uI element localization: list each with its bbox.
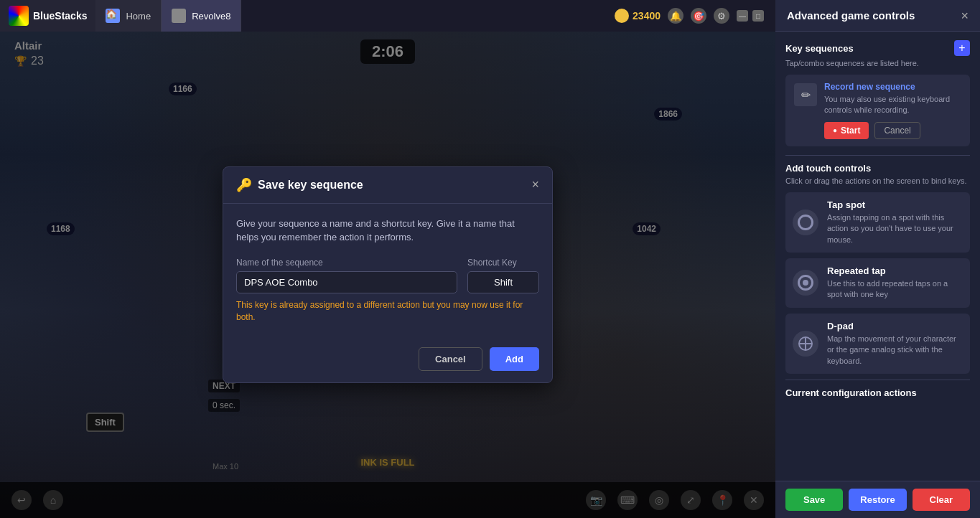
window-controls: — □ xyxy=(737,10,764,22)
record-actions: Start Cancel xyxy=(824,122,961,139)
section-divider-1 xyxy=(785,155,970,156)
panel-header: Advanced game controls × xyxy=(775,0,980,32)
modal-title-icon: 🔑 xyxy=(236,177,252,193)
tap-spot-icon xyxy=(793,209,818,235)
modal-overlay: 🔑 Save key sequence × Give your sequence… xyxy=(0,32,775,518)
modal-title: 🔑 Save key sequence xyxy=(236,177,363,193)
cancel-recording-button[interactable]: Cancel xyxy=(874,122,920,139)
repeated-tap-item[interactable]: Repeated tap Use this to add repeated ta… xyxy=(785,258,970,308)
record-title: Record new sequence xyxy=(824,82,961,92)
tap-spot-item[interactable]: Tap spot Assign tapping on a spot with t… xyxy=(785,192,970,253)
add-sequence-button[interactable]: + xyxy=(954,40,970,56)
modal-footer: Cancel Add xyxy=(223,340,552,382)
modal-title-text: Save key sequence xyxy=(258,179,363,192)
key-sequences-section-title: Key sequences + xyxy=(785,40,970,56)
target-icon[interactable]: 🎯 xyxy=(691,8,706,24)
app-logo: BlueStacks xyxy=(0,0,95,32)
current-config-section: Current configuration actions xyxy=(785,380,970,398)
settings-icon[interactable]: ⚙ xyxy=(714,8,729,24)
shortcut-key-field-group: Shortcut Key xyxy=(467,258,539,293)
dpad-text: D-pad Map the movement of your character… xyxy=(827,321,963,367)
modal-cancel-button[interactable]: Cancel xyxy=(419,347,482,371)
maximize-button[interactable]: □ xyxy=(752,10,764,22)
touch-controls-section: Add touch controls Click or drag the act… xyxy=(785,163,970,374)
panel-body: Key sequences + Tap/combo sequences are … xyxy=(775,32,980,481)
save-button[interactable]: Save xyxy=(785,489,843,511)
panel-title: Advanced game controls xyxy=(787,9,915,22)
config-section-title: Current configuration actions xyxy=(785,387,970,398)
shortcut-key-input[interactable] xyxy=(467,271,539,293)
repeated-tap-title: Repeated tap xyxy=(827,265,963,276)
touch-controls-desc: Click or drag the actions on the screen … xyxy=(785,176,970,185)
notification-icon[interactable]: 🔔 xyxy=(668,8,683,24)
repeated-tap-text: Repeated tap Use this to add repeated ta… xyxy=(827,265,963,301)
repeated-tap-desc: Use this to add repeated taps on a spot … xyxy=(827,278,963,301)
dpad-circle-icon xyxy=(798,336,813,351)
dpad-title: D-pad xyxy=(827,321,963,331)
tab-home[interactable]: 🏠 Home xyxy=(95,0,162,32)
record-icon: ✏ xyxy=(794,83,817,106)
repeated-tap-circle-icon xyxy=(798,275,813,291)
side-panel: Advanced game controls × Key sequences +… xyxy=(775,0,980,518)
shortcut-key-label: Shortcut Key xyxy=(467,258,539,268)
sequence-name-input[interactable] xyxy=(236,271,457,293)
name-field-group: Name of the sequence xyxy=(236,258,457,293)
coin-display: 23400 xyxy=(615,9,661,23)
record-desc: You may also use existing keyboard contr… xyxy=(824,94,961,116)
dpad-icon xyxy=(793,331,818,357)
tap-spot-text: Tap spot Assign tapping on a spot with t… xyxy=(827,199,963,245)
panel-close-button[interactable]: × xyxy=(961,9,969,22)
tap-spot-circle-icon xyxy=(798,215,813,230)
modal-add-button[interactable]: Add xyxy=(490,347,539,371)
game-background: BlueStacks 🏠 Home Revolve8 23400 🔔 🎯 ⚙ —… xyxy=(0,0,775,518)
modal-header: 🔑 Save key sequence × xyxy=(223,167,552,204)
top-bar: BlueStacks 🏠 Home Revolve8 23400 🔔 🎯 ⚙ —… xyxy=(0,0,775,32)
repeated-tap-icon xyxy=(793,270,818,296)
tab-home-label: Home xyxy=(126,11,151,22)
tap-spot-title: Tap spot xyxy=(827,199,963,210)
record-text: Record new sequence You may also use exi… xyxy=(824,82,961,139)
modal-form-row: Name of the sequence Shortcut Key xyxy=(236,258,539,293)
modal-description: Give your sequence a name and a shortcut… xyxy=(236,217,539,245)
dpad-item[interactable]: D-pad Map the movement of your character… xyxy=(785,314,970,374)
record-sequence-box: ✏ Record new sequence You may also use e… xyxy=(785,75,970,146)
coin-icon xyxy=(615,9,629,23)
home-tab-icon: 🏠 xyxy=(106,9,120,23)
coin-amount: 23400 xyxy=(633,10,661,22)
touch-controls-title: Add touch controls xyxy=(785,163,970,174)
key-sequences-desc: Tap/combo sequences are listed here. xyxy=(785,59,970,67)
modal-body: Give your sequence a name and a shortcut… xyxy=(223,204,552,341)
top-bar-right: 23400 🔔 🎯 ⚙ — □ xyxy=(615,8,775,24)
tab-revolve8-label: Revolve8 xyxy=(192,11,230,22)
tap-spot-desc: Assign tapping on a spot with this actio… xyxy=(827,212,963,245)
minimize-button[interactable]: — xyxy=(737,10,748,22)
repeated-tap-dot xyxy=(803,280,808,286)
name-field-label: Name of the sequence xyxy=(236,258,457,268)
key-sequences-section: Key sequences + Tap/combo sequences are … xyxy=(785,40,970,146)
start-recording-button[interactable]: Start xyxy=(824,122,869,139)
bluestacks-logo-icon xyxy=(9,6,29,26)
panel-footer: Save Restore Clear xyxy=(775,481,980,518)
modal-close-button[interactable]: × xyxy=(531,177,539,192)
restore-button[interactable]: Restore xyxy=(849,489,906,511)
warning-message: This key is already assigned to a differ… xyxy=(236,299,539,324)
tab-revolve8[interactable]: Revolve8 xyxy=(162,0,241,32)
app-name-label: BlueStacks xyxy=(33,10,87,22)
revolve8-tab-icon xyxy=(172,9,186,23)
save-key-sequence-modal: 🔑 Save key sequence × Give your sequence… xyxy=(223,166,553,384)
clear-button[interactable]: Clear xyxy=(913,489,970,511)
dpad-desc: Map the movement of your character or th… xyxy=(827,334,963,367)
